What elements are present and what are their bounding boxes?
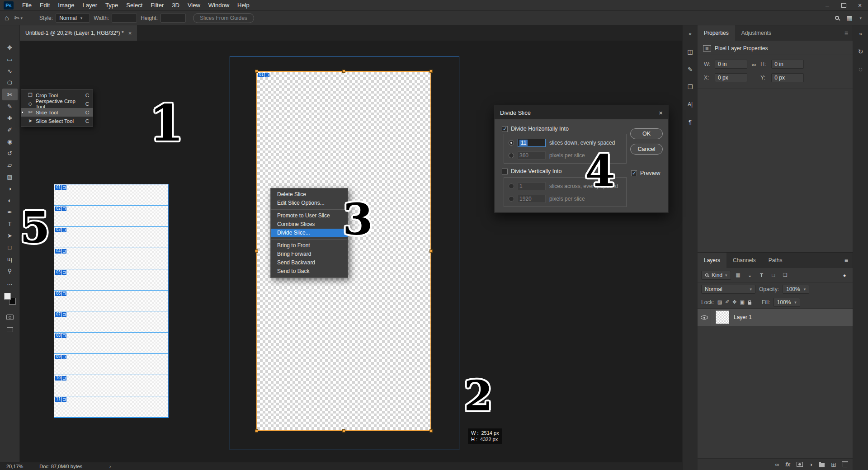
current-tool-icon[interactable] <box>14 14 23 21</box>
context-menu-item-send-backward[interactable]: Send Backward <box>271 258 348 267</box>
search-icon[interactable] <box>835 16 839 20</box>
blur-tool[interactable]: ◑ <box>2 183 18 194</box>
menu-item[interactable]: Filter <box>146 0 168 10</box>
link-layers-icon[interactable] <box>775 461 779 468</box>
layer-thumbnail[interactable] <box>716 310 729 324</box>
properties-panel-icon[interactable] <box>684 46 696 57</box>
character-panel-icon[interactable] <box>684 99 696 110</box>
context-menu-item-combine-slices[interactable]: Combine Slices <box>271 220 348 229</box>
expand-panels-icon[interactable] <box>684 28 696 40</box>
lasso-tool[interactable]: ∿ <box>2 65 18 77</box>
context-menu-item-delete-slice[interactable]: Delete Slice <box>271 190 348 199</box>
panel-menu-icon[interactable] <box>844 29 853 37</box>
menu-item[interactable]: Image <box>54 0 78 10</box>
v-pixels-per-slice-radio[interactable] <box>509 196 514 202</box>
color-swatches[interactable] <box>4 293 16 305</box>
tab-close-icon[interactable]: × <box>128 30 132 37</box>
preview-checkbox[interactable] <box>631 170 637 176</box>
tab-layers[interactable]: Layers <box>698 253 726 268</box>
transform-handle[interactable] <box>429 249 433 253</box>
x-field[interactable]: 0 px <box>715 73 747 82</box>
style-select[interactable]: Normal <box>56 14 90 23</box>
transform-handle[interactable] <box>429 429 433 432</box>
context-menu-item-divide-slice[interactable]: Divide Slice... <box>271 229 348 237</box>
pen-tool[interactable]: ✒ <box>2 206 18 218</box>
opacity-select[interactable]: 100% <box>783 285 809 294</box>
flyout-item-perspective-crop-tool[interactable]: ◇ Perspective Crop Tool C <box>21 99 93 108</box>
type-tool[interactable]: T <box>2 218 18 230</box>
slices-down-input[interactable]: 11 <box>518 139 546 147</box>
transform-handle[interactable] <box>429 70 433 73</box>
menu-item[interactable]: Select <box>122 0 146 10</box>
blend-mode-select[interactable]: Normal <box>701 285 755 294</box>
w-field[interactable]: 0 in <box>715 60 747 69</box>
spot-healing-brush-tool[interactable]: ✚ <box>2 112 18 124</box>
link-dimensions-icon[interactable] <box>752 61 756 68</box>
filter-smart-objects-icon[interactable] <box>781 271 790 279</box>
clone-stamp-tool[interactable]: ◉ <box>2 136 18 147</box>
tab-properties[interactable]: Properties <box>698 25 735 41</box>
height-input[interactable] <box>160 14 186 23</box>
transform-handle[interactable] <box>255 249 258 253</box>
ok-button[interactable]: OK <box>630 128 663 139</box>
zoom-tool[interactable]: ⚲ <box>2 265 18 277</box>
panel-menu-icon[interactable] <box>844 257 853 264</box>
menu-item[interactable]: File <box>18 0 36 10</box>
brush-tool[interactable]: ✐ <box>2 124 18 136</box>
eyedropper-tool[interactable]: ✎ <box>2 100 18 112</box>
tab-adjustments[interactable]: Adjustments <box>735 25 778 41</box>
document-tab[interactable]: Untitled-1 @ 20,2% (Layer 1, RGB/32*) * … <box>20 25 137 41</box>
collapse-panels-icon[interactable] <box>855 28 867 40</box>
slices-from-guides-button[interactable]: Slices From Guides <box>193 13 254 23</box>
h-field[interactable]: 0 in <box>771 60 804 69</box>
filter-adjustment-layers-icon[interactable] <box>745 271 755 279</box>
slices-across-input[interactable]: 1 <box>518 182 546 190</box>
eraser-tool[interactable]: ▱ <box>2 159 18 171</box>
flyout-item-slice-select-tool[interactable]: ➤ Slice Select Tool C <box>21 117 93 125</box>
menu-item[interactable]: Window <box>204 0 233 10</box>
minimize-button[interactable]: – <box>819 0 835 10</box>
transform-handle[interactable] <box>255 429 258 432</box>
slices-down-radio[interactable] <box>509 140 514 146</box>
filter-type-layers-icon[interactable] <box>757 271 766 279</box>
lock-position-icon[interactable] <box>732 299 736 305</box>
move-tool[interactable]: ✥ <box>2 42 18 53</box>
kind-filter-select[interactable]: Kind <box>701 271 731 280</box>
clone-source-panel-icon[interactable] <box>684 81 696 93</box>
canvas-area[interactable]: 01 01 02 03 <box>20 41 682 462</box>
v-pixels-per-slice-input[interactable]: 1920 <box>518 195 546 203</box>
transform-handle[interactable] <box>255 70 258 73</box>
cancel-button[interactable]: Cancel <box>630 144 663 155</box>
pixels-per-slice-radio[interactable] <box>509 153 514 158</box>
status-expand-icon[interactable]: › <box>109 464 111 469</box>
context-menu-item-send-to-back[interactable]: Send to Back <box>271 267 348 276</box>
slices-across-radio[interactable] <box>509 183 514 189</box>
menu-item[interactable]: Layer <box>79 0 102 10</box>
delete-layer-icon[interactable] <box>843 461 847 467</box>
workspace-icon[interactable] <box>846 14 852 22</box>
new-layer-icon[interactable] <box>831 461 836 468</box>
lock-all-icon[interactable] <box>748 302 751 305</box>
gradient-tool[interactable]: ▧ <box>2 171 18 183</box>
transform-handle[interactable] <box>342 429 345 432</box>
rectangle-tool[interactable]: □ <box>2 241 18 253</box>
divide-vertically-checkbox[interactable] <box>502 169 508 174</box>
context-menu-item-edit-slice-options[interactable]: Edit Slice Options... <box>271 199 348 207</box>
publish-icon[interactable] <box>855 63 867 75</box>
close-button[interactable]: × <box>852 0 868 10</box>
zoom-level-field[interactable]: 20,17% <box>6 464 23 469</box>
slice-tool[interactable]: ✄ <box>2 89 18 100</box>
history-brush-tool[interactable]: ↺ <box>2 147 18 159</box>
sync-icon[interactable] <box>855 46 867 57</box>
maximize-button[interactable] <box>835 0 852 10</box>
quick-mask-button[interactable] <box>6 315 14 320</box>
lock-transparency-icon[interactable] <box>717 299 722 305</box>
dodge-tool[interactable]: ◐ <box>2 194 18 206</box>
divide-vertically-label[interactable]: Divide Vertically Into <box>511 168 562 174</box>
paragraph-panel-icon[interactable] <box>684 116 696 128</box>
fill-select[interactable]: 100% <box>774 298 800 307</box>
layer-name[interactable]: Layer 1 <box>734 314 752 320</box>
rectangular-marquee-tool[interactable]: ▭ <box>2 53 18 65</box>
transform-handle[interactable] <box>342 70 345 73</box>
menu-item[interactable]: Help <box>233 0 254 10</box>
